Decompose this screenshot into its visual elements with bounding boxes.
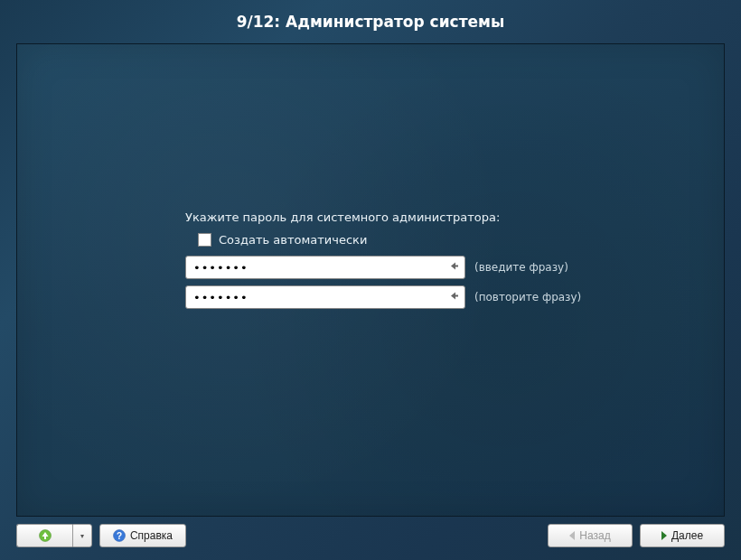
- keyboard-layout-icon: [450, 292, 459, 303]
- help-label: Справка: [130, 529, 173, 542]
- home-dropdown-button[interactable]: ▾: [72, 524, 92, 547]
- confirm-row: (повторите фразу): [185, 285, 583, 309]
- page-title: 9/12: Администратор системы: [0, 0, 741, 40]
- chevron-right-icon: [661, 531, 667, 540]
- chevron-left-icon: [569, 531, 575, 540]
- svg-text:?: ?: [117, 531, 122, 541]
- keyboard-layout-icon: [450, 262, 459, 274]
- confirm-input[interactable]: [193, 291, 445, 304]
- next-button[interactable]: Далее: [640, 524, 725, 547]
- footer-bar: ▾ ? Справка Назад Далее: [16, 524, 725, 547]
- confirm-field-wrap: [185, 285, 465, 309]
- password-row: (введите фразу): [185, 256, 583, 279]
- auto-generate-row: Создать автоматически: [185, 233, 583, 247]
- auto-generate-label: Создать автоматически: [219, 233, 367, 247]
- home-icon: [39, 529, 52, 542]
- password-hint: (введите фразу): [474, 261, 568, 274]
- next-label: Далее: [671, 529, 703, 542]
- auto-generate-checkbox[interactable]: [198, 233, 211, 247]
- prompt-label: Укажите пароль для системного администра…: [185, 210, 583, 224]
- password-form: Укажите пароль для системного администра…: [185, 210, 583, 315]
- help-button[interactable]: ? Справка: [99, 524, 186, 547]
- home-button[interactable]: [16, 524, 72, 547]
- help-icon: ?: [113, 529, 126, 542]
- confirm-hint: (повторите фразу): [474, 291, 581, 303]
- back-label: Назад: [579, 529, 610, 542]
- back-button[interactable]: Назад: [548, 524, 633, 547]
- installer-window: 9/12: Администратор системы Укажите паро…: [0, 0, 741, 560]
- main-panel: Укажите пароль для системного администра…: [16, 43, 725, 517]
- password-input[interactable]: [193, 261, 445, 275]
- chevron-down-icon: ▾: [80, 532, 84, 540]
- password-field-wrap: [185, 256, 465, 279]
